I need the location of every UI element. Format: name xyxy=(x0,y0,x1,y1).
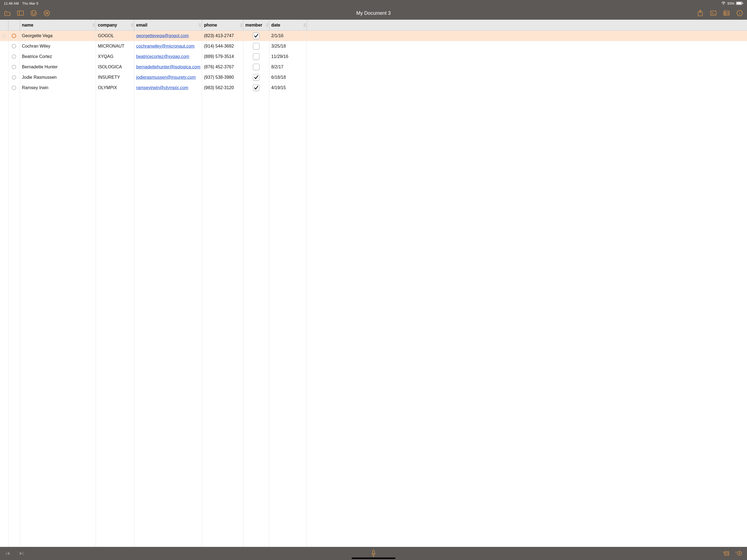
undo-icon[interactable] xyxy=(30,9,37,17)
svg-point-0 xyxy=(723,4,724,5)
table-row[interactable]: Beatrice CortezXYQAGbeatricecortez@xyqag… xyxy=(0,51,747,62)
sidebar-toggle-icon[interactable] xyxy=(17,9,24,17)
radio-icon xyxy=(12,34,16,38)
table-body[interactable]: Georgette VegaGOGOLgeorgettevega@gogol.c… xyxy=(0,31,747,547)
cell-company[interactable]: XYQAG xyxy=(96,51,134,62)
cell-phone[interactable]: (937) 538-3980 xyxy=(202,72,243,82)
header-date[interactable]: date xyxy=(269,20,307,30)
header-phone[interactable]: phone xyxy=(202,20,243,30)
last-record-icon[interactable] xyxy=(18,550,25,557)
row-selector[interactable] xyxy=(0,31,8,41)
email-link[interactable]: ramseyirwin@olympix.com xyxy=(136,85,188,90)
email-link[interactable]: jodierasmussen@insurety.com xyxy=(136,75,196,80)
row-radio[interactable] xyxy=(8,31,20,41)
cell-email[interactable]: beatricecortez@xyqag.com xyxy=(134,51,202,62)
status-bar: 11:46 AM Thu Mar 5 93% xyxy=(0,0,747,6)
header-email[interactable]: email xyxy=(134,20,202,30)
cell-date[interactable]: 4/19/15 xyxy=(269,82,307,93)
add-row-icon[interactable] xyxy=(722,550,729,557)
menu-icon[interactable] xyxy=(43,9,50,17)
cell-member[interactable] xyxy=(243,41,269,51)
cell-date[interactable]: 8/2/17 xyxy=(269,62,307,72)
cell-date[interactable]: 3/25/18 xyxy=(269,41,307,51)
svg-rect-24 xyxy=(373,550,375,554)
row-selector[interactable] xyxy=(0,51,8,62)
first-record-icon[interactable] xyxy=(5,550,12,557)
checkbox-icon[interactable] xyxy=(253,84,259,91)
header-email-label: email xyxy=(136,23,147,28)
info-icon[interactable] xyxy=(736,9,743,17)
cell-company[interactable]: OLYMPIX xyxy=(96,82,134,93)
microphone-icon[interactable] xyxy=(370,550,377,557)
row-radio[interactable] xyxy=(8,82,20,93)
row-radio[interactable] xyxy=(8,41,20,51)
add-record-icon[interactable] xyxy=(735,550,742,557)
cell-phone[interactable]: (876) 452-3767 xyxy=(202,62,243,72)
cell-company[interactable]: ISOLOGICA xyxy=(96,62,134,72)
cell-name[interactable]: Jodie Rasmussen xyxy=(20,72,96,82)
header-name[interactable]: name xyxy=(20,20,96,30)
cell-date[interactable]: 11/29/16 xyxy=(269,51,307,62)
cell-member[interactable] xyxy=(243,72,269,82)
checkbox-icon[interactable] xyxy=(253,43,259,50)
cell-date[interactable]: 6/18/18 xyxy=(269,72,307,82)
table-row[interactable]: Cochran WileyMICRONAUTcochranwiley@micro… xyxy=(0,41,747,51)
cell-member[interactable] xyxy=(243,62,269,72)
email-link[interactable]: cochranwiley@micronaut.com xyxy=(136,44,195,49)
toolbar: My Document 3 xyxy=(0,6,747,20)
cell-name[interactable]: Bernadette Hunter xyxy=(20,62,96,72)
share-icon[interactable] xyxy=(697,9,704,17)
table-row[interactable]: Georgette VegaGOGOLgeorgettevega@gogol.c… xyxy=(0,31,747,41)
checkbox-icon[interactable] xyxy=(253,32,259,39)
cell-member[interactable] xyxy=(243,31,269,41)
cell-company[interactable]: INSURETY xyxy=(96,72,134,82)
svg-rect-2 xyxy=(737,2,742,4)
cell-phone[interactable]: (983) 562-3120 xyxy=(202,82,243,93)
rows-icon[interactable] xyxy=(723,9,730,17)
row-radio[interactable] xyxy=(8,72,20,82)
cell-phone[interactable]: (889) 579-3514 xyxy=(202,51,243,62)
email-link[interactable]: georgettevega@gogol.com xyxy=(136,33,189,38)
email-link[interactable]: beatricecortez@xyqag.com xyxy=(136,54,189,59)
cell-phone[interactable]: (823) 413-2747 xyxy=(202,31,243,41)
cell-name[interactable]: Beatrice Cortez xyxy=(20,51,96,62)
cell-member[interactable] xyxy=(243,82,269,93)
cell-email[interactable]: georgettevega@gogol.com xyxy=(134,31,202,41)
row-selector[interactable] xyxy=(0,82,8,93)
cell-email[interactable]: bernadettehunter@isologica.com xyxy=(134,62,202,72)
row-radio[interactable] xyxy=(8,51,20,62)
cell-name[interactable]: Ramsey Irwin xyxy=(20,82,96,93)
table-row[interactable]: Jodie RasmussenINSURETYjodierasmussen@in… xyxy=(0,72,747,82)
email-link[interactable]: bernadettehunter@isologica.com xyxy=(136,65,200,70)
cell-email[interactable]: jodierasmussen@insurety.com xyxy=(134,72,202,82)
cell-company[interactable]: MICRONAUT xyxy=(96,41,134,51)
row-selector[interactable] xyxy=(0,62,8,72)
cell-phone[interactable]: (914) 544-3692 xyxy=(202,41,243,51)
row-radio[interactable] xyxy=(8,62,20,72)
cell-email[interactable]: cochranwiley@micronaut.com xyxy=(134,41,202,51)
cell-date[interactable]: 2/1/16 xyxy=(269,31,307,41)
radio-icon xyxy=(12,75,16,80)
row-selector[interactable] xyxy=(0,72,8,82)
cell-name[interactable]: Georgette Vega xyxy=(20,31,96,41)
checkbox-icon[interactable] xyxy=(253,74,259,81)
radio-icon xyxy=(12,65,16,69)
cell-member[interactable] xyxy=(243,51,269,62)
cell-empty xyxy=(307,51,747,62)
cell-name[interactable]: Cochran Wiley xyxy=(20,41,96,51)
table-row[interactable]: Ramsey IrwinOLYMPIXramseyirwin@olympix.c… xyxy=(0,82,747,93)
header-selector-col xyxy=(0,20,8,30)
console-icon[interactable] xyxy=(710,9,717,17)
checkbox-icon[interactable] xyxy=(253,64,259,70)
table-row[interactable]: Bernadette HunterISOLOGICAbernadettehunt… xyxy=(0,62,747,72)
svg-rect-4 xyxy=(18,11,24,15)
checkbox-icon[interactable] xyxy=(253,53,259,60)
header-company[interactable]: company xyxy=(96,20,134,30)
cell-email[interactable]: ramseyirwin@olympix.com xyxy=(134,82,202,93)
row-selector[interactable] xyxy=(0,41,8,51)
home-indicator[interactable] xyxy=(352,558,395,559)
documents-icon[interactable] xyxy=(4,9,11,17)
header-member[interactable]: member xyxy=(243,20,269,30)
cell-company[interactable]: GOGOL xyxy=(96,31,134,41)
header-member-label: member xyxy=(245,23,262,28)
